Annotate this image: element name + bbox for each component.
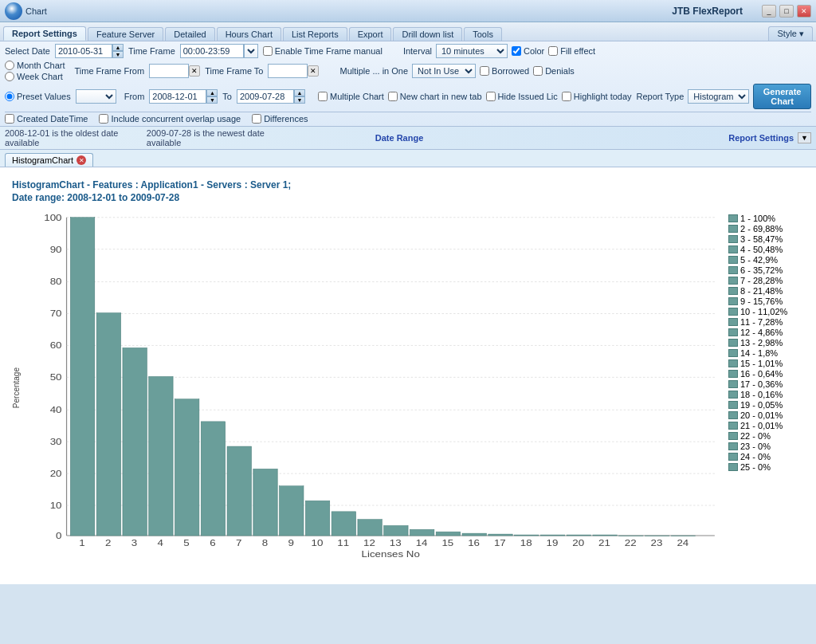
include-concurrent-label: Include concurrent overlap usage bbox=[111, 114, 241, 124]
legend-item: 19 - 0,05% bbox=[728, 400, 808, 410]
fill-effect-label: Fill effect bbox=[560, 46, 595, 56]
legend-item: 10 - 11,02% bbox=[728, 307, 808, 316]
svg-text:30: 30 bbox=[50, 437, 62, 446]
date-spin-down[interactable]: ▼ bbox=[112, 51, 124, 58]
svg-text:0: 0 bbox=[56, 531, 62, 540]
svg-rect-57 bbox=[515, 535, 539, 536]
legend-item: 8 - 21,48% bbox=[728, 286, 808, 296]
to-label: To bbox=[222, 92, 232, 101]
tab-drill-down[interactable]: Drill down list bbox=[393, 27, 462, 41]
tab-hours-chart[interactable]: Hours Chart bbox=[217, 27, 281, 41]
report-settings-label: Report Settings bbox=[531, 133, 794, 143]
legend-item: 22 - 0% bbox=[728, 431, 808, 441]
legend-item: 6 - 35,72% bbox=[728, 265, 808, 275]
svg-text:14: 14 bbox=[416, 538, 428, 548]
svg-rect-63 bbox=[593, 535, 617, 536]
select-date-input[interactable] bbox=[55, 44, 112, 58]
created-datetime-label: Created DateTime bbox=[17, 114, 88, 124]
tab-list-reports[interactable]: List Reports bbox=[283, 27, 347, 41]
tab-detailed[interactable]: Detailed bbox=[165, 27, 214, 41]
svg-rect-43 bbox=[332, 512, 355, 536]
svg-rect-45 bbox=[358, 520, 382, 536]
differences-checkbox[interactable] bbox=[252, 114, 261, 124]
svg-text:10: 10 bbox=[312, 538, 324, 548]
legend-item: 5 - 42,9% bbox=[728, 255, 808, 265]
svg-rect-25 bbox=[96, 313, 120, 536]
hide-issued-label: Hide Issued Lic bbox=[498, 92, 558, 101]
highlight-today-checkbox[interactable] bbox=[562, 92, 571, 101]
tab-export[interactable]: Export bbox=[349, 27, 392, 41]
histogram-chart-tab[interactable]: HistogramChart ✕ bbox=[5, 153, 93, 167]
interval-label: Interval bbox=[403, 46, 432, 56]
svg-text:Licenses No: Licenses No bbox=[361, 550, 420, 560]
new-chart-checkbox[interactable] bbox=[388, 92, 398, 101]
svg-text:8: 8 bbox=[262, 538, 269, 548]
multiple-in-one-select[interactable]: Not In Use bbox=[412, 64, 476, 78]
legend-item: 13 - 2,98% bbox=[728, 338, 808, 348]
select-date-label: Select Date bbox=[5, 46, 50, 56]
chart-tab-label: HistogramChart bbox=[12, 155, 73, 165]
color-checkbox[interactable] bbox=[512, 46, 521, 56]
timeframe-from-clear[interactable]: ✕ bbox=[189, 65, 200, 77]
time-frame-input[interactable] bbox=[180, 44, 244, 58]
timeframe-from-label: Time Frame From bbox=[75, 66, 145, 76]
svg-rect-27 bbox=[123, 348, 147, 536]
maximize-button[interactable]: □ bbox=[779, 5, 794, 18]
timeframe-to-label: Time Frame To bbox=[205, 66, 263, 76]
tab-feature-server[interactable]: Feature Server bbox=[88, 27, 163, 41]
date-spin-up[interactable]: ▲ bbox=[112, 44, 124, 51]
y-axis-label: Percentage bbox=[12, 367, 21, 408]
created-datetime-checkbox[interactable] bbox=[5, 114, 14, 124]
chart-tab-close-button[interactable]: ✕ bbox=[76, 155, 86, 165]
chart-subtitle: Date range: 2008-12-01 to 2009-07-28 bbox=[12, 192, 808, 203]
svg-rect-51 bbox=[436, 532, 460, 536]
from-spin-down[interactable]: ▼ bbox=[206, 96, 218, 104]
multiple-in-one-label: Multiple ... in One bbox=[339, 66, 408, 76]
multiple-chart-checkbox[interactable] bbox=[318, 92, 328, 101]
svg-rect-59 bbox=[540, 535, 564, 536]
to-spin-down[interactable]: ▼ bbox=[294, 96, 305, 104]
fill-effect-checkbox[interactable] bbox=[548, 46, 558, 56]
legend-item: 4 - 50,48% bbox=[728, 245, 808, 254]
to-date-input[interactable] bbox=[237, 89, 294, 104]
minimize-button[interactable]: _ bbox=[762, 5, 776, 18]
to-spin-up[interactable]: ▲ bbox=[294, 89, 305, 96]
style-dropdown[interactable]: Style ▾ bbox=[768, 26, 813, 41]
enable-timeframe-checkbox[interactable] bbox=[263, 46, 273, 56]
from-spin-up[interactable]: ▲ bbox=[206, 89, 218, 96]
toolbar-tabs: Report Settings Feature Server Detailed … bbox=[0, 22, 816, 41]
legend-item: 14 - 1,8% bbox=[728, 348, 808, 358]
svg-rect-55 bbox=[488, 534, 512, 536]
denials-checkbox[interactable] bbox=[533, 66, 543, 76]
report-settings-toggle[interactable]: ▼ bbox=[798, 132, 811, 143]
borrowed-checkbox[interactable] bbox=[480, 66, 489, 76]
legend-item: 15 - 1,01% bbox=[728, 359, 808, 368]
month-chart-radio[interactable] bbox=[5, 61, 14, 70]
report-type-select[interactable]: Histogram Line Bar Pie bbox=[688, 89, 749, 104]
timeframe-to-input[interactable] bbox=[268, 64, 308, 78]
legend-item: 20 - 0,01% bbox=[728, 410, 808, 420]
interval-select[interactable]: 10 minutes 1 minute 5 minutes 15 minutes… bbox=[436, 44, 508, 58]
time-frame-dropdown[interactable] bbox=[244, 44, 258, 58]
timeframe-from-input[interactable] bbox=[149, 64, 189, 78]
legend-item: 2 - 69,88% bbox=[728, 224, 808, 234]
svg-rect-37 bbox=[253, 469, 277, 536]
svg-rect-53 bbox=[462, 533, 486, 536]
svg-text:3: 3 bbox=[131, 538, 138, 548]
svg-text:19: 19 bbox=[547, 538, 559, 548]
svg-text:100: 100 bbox=[44, 213, 62, 222]
from-date-input[interactable] bbox=[149, 89, 206, 104]
preset-values-select[interactable] bbox=[76, 89, 116, 104]
timeframe-to-clear[interactable]: ✕ bbox=[308, 65, 319, 77]
preset-values-radio[interactable] bbox=[5, 92, 14, 101]
generate-chart-button[interactable]: Generate Chart bbox=[753, 84, 811, 109]
week-chart-radio[interactable] bbox=[5, 72, 14, 81]
legend-item: 25 - 0% bbox=[728, 462, 808, 472]
tab-report-settings[interactable]: Report Settings bbox=[3, 26, 86, 41]
close-button[interactable]: ✕ bbox=[797, 5, 811, 18]
tab-tools[interactable]: Tools bbox=[464, 27, 502, 41]
hide-issued-checkbox[interactable] bbox=[486, 92, 496, 101]
include-concurrent-checkbox[interactable] bbox=[99, 114, 108, 124]
legend-item: 17 - 0,36% bbox=[728, 379, 808, 389]
svg-rect-41 bbox=[305, 501, 329, 536]
